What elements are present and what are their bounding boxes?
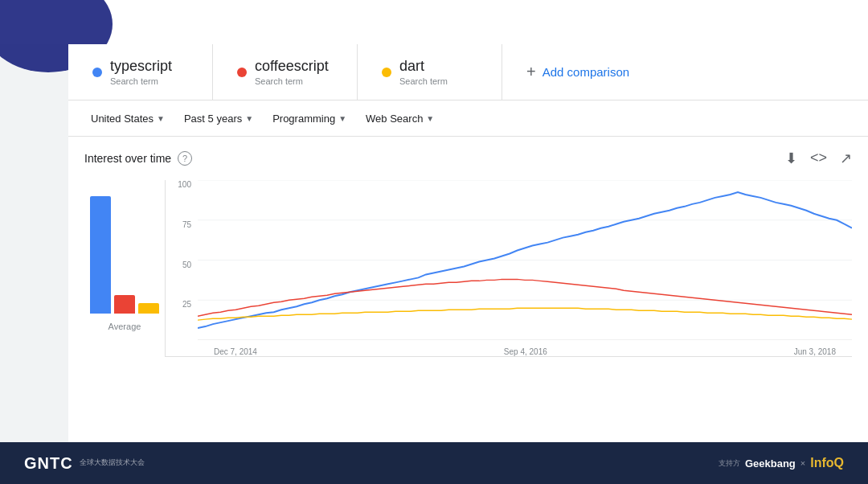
x-label-2014: Dec 7, 2014	[214, 347, 257, 356]
y-label-25: 25	[166, 300, 191, 309]
search-term-typescript[interactable]: typescript Search term	[68, 44, 213, 100]
coffeescript-name: coffeescript	[255, 58, 329, 75]
add-comparison-button[interactable]: + Add comparison	[502, 63, 653, 81]
dart-dot	[382, 68, 391, 77]
x-label-2018: Jun 3, 2018	[794, 347, 836, 356]
cross-icon: ×	[800, 458, 805, 468]
bar-dart	[138, 303, 159, 314]
geekbang-logo: Geekbang	[745, 457, 796, 470]
search-term-dart[interactable]: dart Search term	[358, 44, 502, 100]
typescript-label: Search term	[110, 76, 172, 86]
chart-section: Interest over time ? ⬇ <> ↗ Average	[68, 137, 868, 373]
y-label-100: 100	[166, 180, 191, 189]
infoq-logo: InfoQ	[810, 456, 844, 470]
coffeescript-label: Search term	[255, 76, 329, 86]
top-decoration	[0, 0, 868, 44]
chart-title: Interest over time	[84, 152, 171, 165]
typescript-info: typescript Search term	[110, 58, 172, 86]
add-comparison-plus-icon: +	[526, 63, 536, 81]
embed-icon[interactable]: <>	[810, 150, 827, 167]
chart-container: Average 100 75 50 25	[84, 180, 852, 357]
chart-plot	[198, 180, 852, 340]
gntc-subtitle-line1: 全球大数据技术大会	[80, 458, 145, 466]
bottom-bar: GNTC 全球大数据技术大会 支持方 Geekbang × InfoQ	[0, 442, 868, 484]
y-label-50: 50	[166, 260, 191, 269]
dart-name: dart	[399, 58, 448, 75]
chart-header: Interest over time ? ⬇ <> ↗	[84, 150, 852, 167]
search-terms-bar: typescript Search term coffeescript Sear…	[68, 44, 868, 100]
bottom-logo-left: GNTC 全球大数据技术大会	[24, 454, 145, 473]
gntc-subtitle: 全球大数据技术大会	[80, 458, 145, 468]
dart-line	[198, 308, 852, 320]
bar-typescript	[90, 196, 111, 314]
chevron-down-icon-2: ▼	[245, 114, 253, 123]
bar-coffeescript	[114, 295, 135, 314]
typescript-name: typescript	[110, 58, 172, 75]
x-label-2016: Sep 4, 2016	[504, 347, 547, 356]
filter-category[interactable]: Programming ▼	[266, 109, 353, 128]
dart-label: Search term	[399, 76, 448, 86]
help-icon[interactable]: ?	[178, 151, 192, 166]
line-chart-svg	[198, 180, 852, 340]
coffeescript-dot	[237, 68, 247, 77]
chevron-down-icon-3: ▼	[338, 114, 346, 123]
typescript-dot	[92, 68, 102, 77]
bar-chart	[90, 180, 159, 317]
y-label-75: 75	[166, 220, 191, 229]
share-icon[interactable]: ↗	[840, 150, 852, 167]
coffeescript-line	[198, 279, 852, 316]
filter-country[interactable]: United States ▼	[84, 109, 171, 128]
chart-main: 100 75 50 25	[165, 180, 852, 357]
dart-info: dart Search term	[399, 58, 448, 86]
main-container: typescript Search term coffeescript Sear…	[68, 44, 868, 442]
add-comparison-label: Add comparison	[542, 65, 629, 79]
download-icon[interactable]: ⬇	[785, 150, 797, 167]
coffeescript-info: coffeescript Search term	[255, 58, 329, 86]
filter-bar: United States ▼ Past 5 years ▼ Programmi…	[68, 100, 868, 137]
chart-actions: ⬇ <> ↗	[785, 150, 852, 167]
sponsor-label: 支持方	[719, 458, 740, 469]
chart-average-bars: Average	[84, 180, 165, 357]
filter-category-label: Programming	[272, 113, 335, 125]
filter-time-label: Past 5 years	[184, 113, 242, 125]
filter-time[interactable]: Past 5 years ▼	[178, 109, 260, 128]
filter-search-type-label: Web Search	[366, 113, 423, 125]
bottom-logo-right: 支持方 Geekbang × InfoQ	[719, 456, 844, 470]
bar-average-label: Average	[108, 322, 141, 331]
search-term-coffeescript[interactable]: coffeescript Search term	[213, 44, 358, 100]
chart-title-group: Interest over time ?	[84, 151, 192, 166]
chevron-down-icon: ▼	[157, 114, 165, 123]
filter-country-label: United States	[91, 113, 154, 125]
filter-search-type[interactable]: Web Search ▼	[359, 109, 440, 128]
x-axis-labels: Dec 7, 2014 Sep 4, 2016 Jun 3, 2018	[198, 347, 852, 356]
y-axis: 100 75 50 25	[166, 180, 198, 340]
gntc-logo: GNTC	[24, 454, 73, 473]
chevron-down-icon-4: ▼	[426, 114, 434, 123]
